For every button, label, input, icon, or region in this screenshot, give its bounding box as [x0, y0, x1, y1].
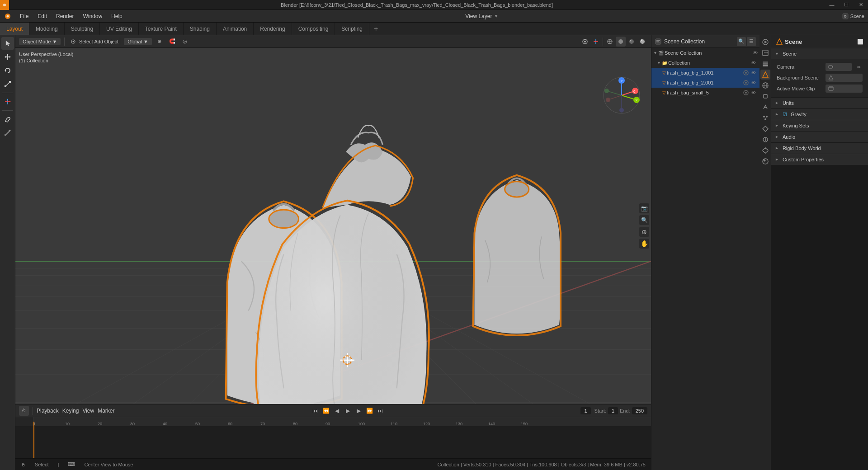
wireframe-shading-btn[interactable] — [605, 37, 615, 47]
scene-section-header[interactable]: ▼ Scene — [771, 48, 868, 59]
play-btn[interactable]: ▶ — [343, 406, 352, 415]
camera-value-field[interactable] — [826, 63, 852, 71]
custom-properties-header[interactable]: ▼ Custom Properties — [771, 154, 868, 165]
view-menu-btn[interactable] — [68, 37, 78, 47]
units-section-header[interactable]: ▼ Units — [771, 98, 868, 108]
add-menu-btn[interactable]: Add — [94, 37, 104, 47]
background-scene-field[interactable] — [826, 74, 863, 82]
restrict-render-icon[interactable] — [743, 70, 749, 76]
menu-blender[interactable] — [0, 11, 15, 21]
next-keyframe-btn[interactable]: ⏩ — [365, 406, 374, 415]
outliner-item-bag2[interactable]: ▽ trash_bag_big_2.001 👁 — [651, 78, 760, 88]
pan-btn[interactable]: ✋ — [639, 239, 649, 249]
physics-tab[interactable] — [760, 124, 770, 134]
overlay-toggle-btn[interactable] — [580, 37, 590, 47]
tab-scripting[interactable]: Scripting — [335, 23, 369, 35]
start-frame-input[interactable]: 1 — [608, 407, 618, 414]
particles-tab[interactable] — [760, 113, 770, 123]
tab-layout[interactable]: Layout — [0, 23, 29, 35]
3d-viewport[interactable]: User Perspective (Local) (1) Collection … — [15, 48, 651, 404]
pivot-point-btn[interactable]: ⊕ — [155, 37, 165, 47]
tab-sculpting[interactable]: Sculpting — [65, 23, 100, 35]
menu-help[interactable]: Help — [107, 11, 127, 21]
svg-marker-120 — [777, 39, 782, 44]
global-space-selector[interactable]: Global ▼ — [124, 38, 152, 45]
go-to-start-btn[interactable]: ⏮ — [311, 406, 320, 415]
tab-modeling[interactable]: Modeling — [29, 23, 65, 35]
minimize-button[interactable]: — — [825, 0, 839, 10]
end-frame-input[interactable]: 250 — [632, 407, 647, 414]
zoom-btn[interactable]: ⊕ — [639, 227, 649, 237]
measure-tool[interactable] — [1, 127, 14, 139]
rotate-tool[interactable] — [1, 64, 14, 77]
tab-rendering[interactable]: Rendering — [254, 23, 292, 35]
props-expand-btn[interactable]: ⬜ — [857, 39, 863, 45]
scene-collection-row[interactable]: ▼ 🎬 Scene Collection 👁 — [651, 48, 760, 58]
gravity-section-header[interactable]: ▼ ☑ Gravity — [771, 109, 868, 120]
go-to-end-btn[interactable]: ⏭ — [376, 406, 385, 415]
playback-menu[interactable]: Playback — [37, 408, 59, 414]
object-menu-btn[interactable]: Object — [106, 37, 116, 47]
menu-render[interactable]: Render — [52, 11, 78, 21]
outliner-item-bag1[interactable]: ▽ trash_bag_big_1.001 👁 — [651, 68, 760, 78]
world-tab[interactable] — [760, 80, 770, 90]
menu-window[interactable]: Window — [78, 11, 107, 21]
solid-shading-btn[interactable] — [616, 37, 626, 47]
outliner-filter-btn[interactable]: 🔍 — [737, 37, 746, 46]
object-tab[interactable] — [760, 91, 770, 101]
restrict-render-icon2[interactable] — [743, 80, 749, 86]
view-layer-tab[interactable] — [760, 59, 770, 69]
outliner-title: Scene Collection — [664, 38, 734, 45]
maximize-button[interactable]: ☐ — [839, 0, 854, 10]
material-preview-btn[interactable] — [627, 37, 637, 47]
collection-row[interactable]: ▼ 📁 Collection 👁 — [651, 58, 760, 68]
tab-uv-editing[interactable]: UV Editing — [100, 23, 139, 35]
marker-menu[interactable]: Marker — [98, 408, 114, 414]
camera-view-btn[interactable]: 📷 — [639, 203, 649, 213]
rigid-body-world-header[interactable]: ▼ Rigid Body World — [771, 143, 868, 154]
move-tool[interactable] — [1, 51, 14, 63]
outliner-item-bag3[interactable]: ▽ trash_bag_small_5 👁 — [651, 88, 760, 98]
snap-btn[interactable]: 🧲 — [167, 37, 177, 47]
proportional-edit-btn[interactable]: ◎ — [180, 37, 190, 47]
add-workspace-button[interactable]: + — [369, 23, 382, 35]
active-movie-clip-field[interactable] — [826, 85, 863, 93]
object-mode-selector[interactable]: Object Mode ▼ — [19, 38, 61, 45]
material-tab[interactable] — [760, 156, 770, 166]
keying-menu[interactable]: Keying — [62, 408, 79, 414]
menu-file[interactable]: File — [15, 11, 33, 21]
rendered-shading-btn[interactable] — [637, 37, 647, 47]
timeline-menu-btn[interactable]: ⏱ — [19, 406, 29, 416]
object-data-tab[interactable] — [760, 146, 770, 155]
current-frame-input[interactable]: 1 — [580, 407, 590, 414]
prev-keyframe-btn[interactable]: ⏪ — [321, 406, 330, 415]
transform-tool[interactable] — [1, 95, 14, 108]
audio-section-header[interactable]: ▼ Audio — [771, 132, 868, 142]
playhead[interactable] — [33, 422, 34, 458]
gravity-checkbox[interactable]: ☑ — [783, 112, 787, 118]
keying-sets-header[interactable]: ▼ Keying Sets — [771, 120, 868, 131]
view-menu[interactable]: View — [82, 408, 94, 414]
outliner-display-btn[interactable]: ☰ — [747, 37, 756, 46]
tab-compositing[interactable]: Compositing — [292, 23, 335, 35]
tab-texture-paint[interactable]: Texture Paint — [139, 23, 184, 35]
scale-tool[interactable] — [1, 78, 14, 90]
scene-tab[interactable] — [760, 70, 770, 80]
cursor-tool[interactable] — [1, 37, 14, 50]
close-button[interactable]: ✕ — [854, 0, 868, 10]
gizmo-toggle-btn[interactable] — [591, 37, 601, 47]
output-tab[interactable] — [760, 48, 770, 58]
menu-edit[interactable]: Edit — [33, 11, 52, 21]
modifier-tab[interactable] — [760, 102, 770, 112]
render-tab[interactable] — [760, 37, 770, 47]
tab-shading[interactable]: Shading — [184, 23, 217, 35]
annotate-tool[interactable] — [1, 113, 14, 126]
restrict-render-icon3[interactable] — [743, 89, 749, 96]
step-forward-btn[interactable]: ▶ — [354, 406, 363, 415]
focus-view-btn[interactable]: 🔍 — [639, 215, 649, 225]
camera-edit-btn[interactable]: ✏ — [855, 63, 863, 70]
tab-animation[interactable]: Animation — [217, 23, 254, 35]
select-menu-btn[interactable]: Select — [81, 37, 91, 47]
constraints-tab[interactable] — [760, 135, 770, 145]
step-back-btn[interactable]: ◀ — [332, 406, 341, 415]
